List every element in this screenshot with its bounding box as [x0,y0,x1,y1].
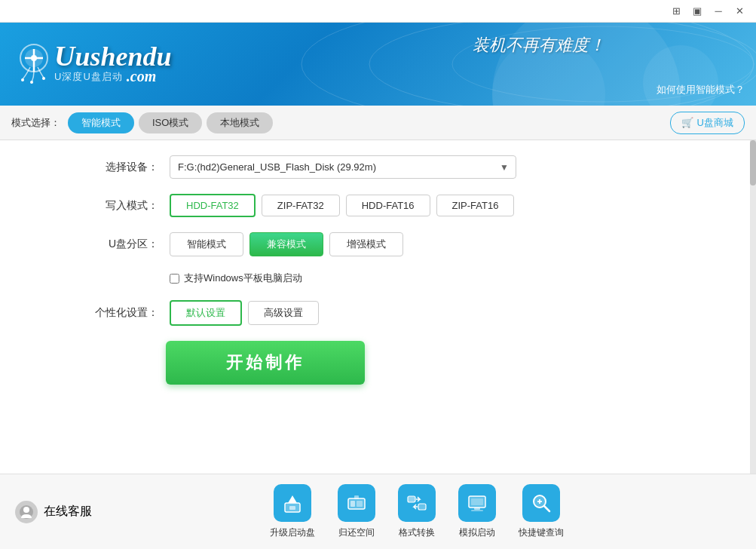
tool-format-convert[interactable]: 格式转换 [398,484,436,539]
tool-upgrade-disk-label: 升级启动盘 [270,526,315,539]
tool-simulate-boot[interactable]: 模拟启动 [458,484,496,539]
tool-upgrade-disk[interactable]: 升级启动盘 [270,484,315,539]
footer-tools: 升级启动盘 归还空间 [92,484,741,539]
return-space-icon [338,484,375,522]
partition-row: U盘分区： 智能模式 兼容模式 增强模式 [0,232,756,256]
logo-u: U [54,41,75,70]
tool-shortcut-query[interactable]: 快捷键查询 [519,484,564,539]
svg-rect-21 [418,504,426,510]
device-row: 选择设备： F:G:(hd2)General_USB_Flash_Disk (2… [0,155,756,179]
titlebar: ⊞ ▣ ─ ✕ [0,0,756,23]
partition-enhanced[interactable]: 增强模式 [329,232,403,256]
logo-subtitle: U深度U盘启动 [54,70,123,84]
simulate-boot-icon [458,484,496,522]
device-select-wrapper: F:G:(hd2)General_USB_Flash_Disk (29.92m)… [170,155,516,179]
svg-rect-20 [408,496,415,502]
partition-label: U盘分区： [90,238,158,251]
tool-format-convert-label: 格式转换 [399,526,435,539]
close-button[interactable]: ✕ [729,3,750,20]
svg-rect-18 [357,501,363,507]
personal-settings-label: 个性化设置： [90,306,158,320]
customer-service[interactable]: 在线客服 [15,501,92,523]
svg-point-12 [23,507,29,513]
tab-local-mode[interactable]: 本地模式 [207,112,273,133]
logo-domain: .com [127,68,156,85]
header-slogan: 装机不再有难度！ [473,34,605,57]
toolbar: 模式选择： 智能模式 ISO模式 本地模式 🛒 U盘商城 [0,106,756,140]
logo-brand: ushendu [75,43,171,70]
tool-simulate-boot-label: 模拟启动 [459,526,495,539]
tab-iso-mode[interactable]: ISO模式 [139,112,202,133]
windows-tablet-checkbox[interactable] [170,274,179,284]
checkbox-row: 支持Windows平板电脑启动 [0,271,756,285]
footer: 在线客服 升级启动盘 归还 [0,474,756,549]
tile-button[interactable]: ⊞ [666,3,687,20]
shortcut-query-icon [522,484,560,522]
mode-label: 模式选择： [11,116,60,130]
svg-rect-25 [471,510,483,511]
scrollbar-thumb[interactable] [750,140,756,186]
device-label: 选择设备： [90,161,158,174]
svg-marker-14 [288,495,297,503]
scrollbar[interactable] [750,140,756,474]
tab-smart-mode[interactable]: 智能模式 [68,112,134,133]
tool-return-space-label: 归还空间 [338,526,375,539]
personal-settings-row: 个性化设置： 默认设置 高级设置 [0,300,756,326]
svg-rect-17 [350,501,355,507]
device-select[interactable]: F:G:(hd2)General_USB_Flash_Disk (29.92m) [170,155,516,179]
svg-rect-24 [474,508,480,510]
partition-compat[interactable]: 兼容模式 [249,232,323,256]
upgrade-disk-icon [274,484,311,522]
tool-return-space[interactable]: 归还空间 [338,484,375,539]
minimize-button[interactable]: ─ [708,3,729,20]
format-convert-icon [398,484,436,522]
tool-shortcut-query-label: 快捷键查询 [519,526,564,539]
windows-tablet-label[interactable]: 支持Windows平板电脑启动 [184,271,302,285]
shop-button[interactable]: 🛒 U盘商城 [670,112,745,134]
write-mode-zip-fat32[interactable]: ZIP-FAT32 [262,195,340,216]
logo-area: U ushendu U深度U盘启动 .com [15,41,172,87]
svg-point-9 [30,81,33,84]
partition-smart[interactable]: 智能模式 [170,232,243,256]
svg-rect-23 [471,498,483,505]
svg-line-27 [544,506,549,511]
svg-point-10 [42,77,45,80]
header: U ushendu U深度U盘启动 .com 装机不再有难度！ 如何使用智能模式… [0,23,756,106]
svg-point-7 [31,55,37,61]
write-mode-hdd-fat32[interactable]: HDD-FAT32 [170,194,256,217]
svg-point-8 [21,78,24,81]
service-icon [15,501,38,523]
monitor-button[interactable]: ▣ [687,3,708,20]
write-mode-label: 写入模式： [90,199,158,213]
start-button-row: 开始制作 [0,341,756,385]
shop-label: U盘商城 [697,116,733,130]
write-mode-hdd-fat16[interactable]: HDD-FAT16 [346,195,430,216]
write-mode-zip-fat16[interactable]: ZIP-FAT16 [436,195,515,216]
svg-rect-15 [289,506,295,510]
personal-default-btn[interactable]: 默认设置 [170,300,242,326]
smart-mode-link[interactable]: 如何使用智能模式？ [657,83,745,97]
personal-advanced-btn[interactable]: 高级设置 [248,301,319,325]
shop-icon: 🛒 [681,117,693,128]
write-mode-row: 写入模式： HDD-FAT32 ZIP-FAT32 HDD-FAT16 ZIP-… [0,194,756,217]
service-label: 在线客服 [44,504,92,520]
main-content: 选择设备： F:G:(hd2)General_USB_Flash_Disk (2… [0,140,756,474]
svg-rect-19 [354,495,359,499]
start-button[interactable]: 开始制作 [166,341,365,385]
